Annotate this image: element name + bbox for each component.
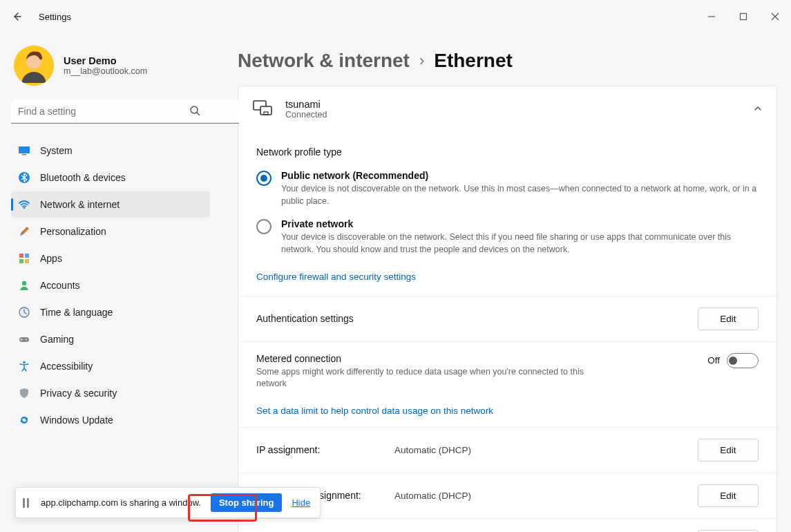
metered-sub: Some apps might work differently to redu… xyxy=(256,366,588,390)
sidebar-item-system[interactable]: System xyxy=(11,137,210,164)
breadcrumb: Network & internet › Ethernet xyxy=(238,50,777,72)
screen-share-bar: app.clipchamp.com is sharing a window. S… xyxy=(15,487,321,518)
apps-icon xyxy=(18,252,30,265)
radio-private-title: Private network xyxy=(281,218,759,229)
app-title: Settings xyxy=(39,12,71,22)
avatar xyxy=(14,46,54,86)
sidebar-item-time[interactable]: Time & language xyxy=(11,299,210,325)
update-icon xyxy=(18,414,30,426)
person-icon xyxy=(18,279,30,292)
chevron-up-icon xyxy=(753,104,763,115)
stop-sharing-button[interactable]: Stop sharing xyxy=(211,493,282,512)
svg-rect-5 xyxy=(22,154,26,155)
sidebar-item-label: Privacy & security xyxy=(40,388,117,399)
radio-public-title: Public network (Recommended) xyxy=(281,170,759,181)
accessibility-icon xyxy=(18,360,30,372)
firewall-link[interactable]: Configure firewall and security settings xyxy=(256,272,416,282)
auth-edit-button[interactable]: Edit xyxy=(698,307,759,330)
dns-value: Automatic (DHCP) xyxy=(394,491,698,501)
metered-title: Metered connection xyxy=(256,353,707,364)
sidebar-item-label: Gaming xyxy=(40,334,74,345)
breadcrumb-prev[interactable]: Network & internet xyxy=(238,50,410,72)
sidebar-item-label: Time & language xyxy=(40,307,113,318)
network-name: tsunami xyxy=(285,99,741,110)
wifi-icon xyxy=(18,198,30,211)
svg-point-12 xyxy=(22,281,26,285)
svg-rect-18 xyxy=(260,106,271,115)
ip-value: Automatic (DHCP) xyxy=(394,445,698,455)
svg-rect-11 xyxy=(25,259,29,263)
sidebar-item-network[interactable]: Network & internet xyxy=(11,191,210,218)
maximize-button[interactable] xyxy=(727,6,759,28)
ip-edit-button[interactable]: Edit xyxy=(698,439,759,462)
speed-row: speed (Receive/Transmit): 1000/1000 (Mbp… xyxy=(238,518,776,533)
clock-icon xyxy=(18,306,30,319)
ip-row: IP assignment: Automatic (DHCP) Edit xyxy=(238,427,776,473)
share-text: app.clipchamp.com is sharing a window. xyxy=(41,497,201,508)
profile-type-heading: Network profile type xyxy=(256,146,759,158)
svg-rect-4 xyxy=(19,146,30,153)
metered-row: Metered connection Some apps might work … xyxy=(238,341,776,401)
radio-icon xyxy=(256,219,271,234)
metered-state: Off xyxy=(707,355,720,365)
sidebar-item-label: Apps xyxy=(40,253,62,264)
svg-point-7 xyxy=(23,207,26,209)
speed-copy-button[interactable]: Copy xyxy=(698,530,759,533)
brush-icon xyxy=(18,225,30,238)
sidebar-item-update[interactable]: Windows Update xyxy=(11,407,210,433)
radio-public[interactable]: Public network (Recommended) Your device… xyxy=(256,170,759,207)
auth-row: Authentication settings Edit xyxy=(238,296,776,341)
network-header[interactable]: tsunami Connected xyxy=(238,86,776,132)
bluetooth-icon xyxy=(18,171,30,184)
network-status: Connected xyxy=(285,110,741,120)
breadcrumb-current: Ethernet xyxy=(434,50,513,72)
sidebar-item-label: Accounts xyxy=(40,280,80,291)
ip-label: IP assignment: xyxy=(256,444,394,455)
radio-private[interactable]: Private network Your device is discovera… xyxy=(256,218,759,256)
sidebar-item-label: Accessibility xyxy=(40,361,93,372)
sidebar-item-bluetooth[interactable]: Bluetooth & devices xyxy=(11,164,210,191)
auth-label: Authentication settings xyxy=(256,313,698,324)
hide-share-button[interactable]: Hide xyxy=(292,497,310,508)
chevron-right-icon: › xyxy=(419,52,424,70)
search-icon xyxy=(189,105,200,118)
sidebar-item-personalization[interactable]: Personalization xyxy=(11,218,210,245)
back-button[interactable] xyxy=(10,10,23,23)
sidebar-item-privacy[interactable]: Privacy & security xyxy=(11,380,210,406)
svg-rect-9 xyxy=(25,254,29,258)
svg-rect-10 xyxy=(19,259,23,263)
profile-block[interactable]: User Demo m__lab@outlook.com xyxy=(11,43,218,97)
gamepad-icon xyxy=(18,333,30,345)
monitor-icon xyxy=(18,144,30,157)
svg-rect-0 xyxy=(741,14,747,20)
svg-rect-8 xyxy=(19,254,23,258)
sidebar-item-accessibility[interactable]: Accessibility xyxy=(11,353,210,379)
radio-public-sub: Your device is not discoverable on the n… xyxy=(281,182,759,207)
sidebar-item-label: Windows Update xyxy=(40,415,113,426)
sidebar-item-label: Bluetooth & devices xyxy=(40,172,126,183)
sidebar-item-label: Network & internet xyxy=(40,199,120,210)
svg-point-15 xyxy=(26,339,27,341)
shield-icon xyxy=(18,387,30,399)
profile-name: User Demo xyxy=(64,55,147,66)
pause-icon xyxy=(23,498,31,508)
profile-email: m__lab@outlook.com xyxy=(64,66,147,76)
dns-edit-button[interactable]: Edit xyxy=(698,484,759,507)
metered-toggle[interactable] xyxy=(727,353,759,368)
ethernet-icon xyxy=(252,99,273,120)
sidebar-item-gaming[interactable]: Gaming xyxy=(11,326,210,352)
svg-point-16 xyxy=(23,361,26,364)
minimize-button[interactable] xyxy=(696,6,727,28)
radio-icon xyxy=(256,171,271,186)
data-limit-link[interactable]: Set a data limit to help control data us… xyxy=(256,406,493,416)
sidebar-item-accounts[interactable]: Accounts xyxy=(11,272,210,298)
sidebar-item-apps[interactable]: Apps xyxy=(11,245,210,272)
sidebar-item-label: System xyxy=(40,145,73,156)
svg-point-3 xyxy=(191,106,198,113)
sidebar-item-label: Personalization xyxy=(40,226,106,237)
search-input[interactable] xyxy=(11,99,239,124)
close-button[interactable] xyxy=(759,6,791,28)
radio-private-sub: Your device is discoverable on the netwo… xyxy=(281,231,759,256)
